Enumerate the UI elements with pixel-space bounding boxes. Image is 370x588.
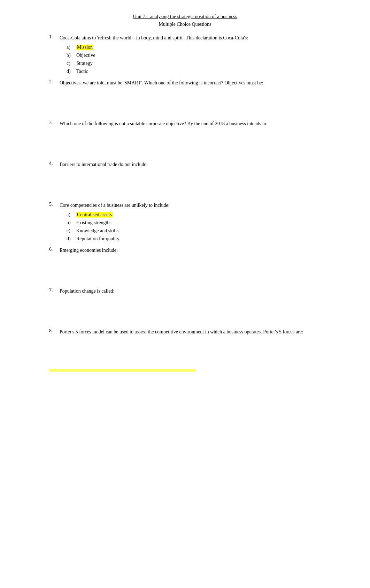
question-list: 1.Coca-Cola aims to 'refresh the world –… — [49, 34, 321, 365]
answer-text: Knowledge and skills — [76, 227, 118, 234]
question-number: 2. — [49, 79, 60, 116]
answer-item: b)Existing strengths — [67, 219, 321, 226]
question-text: Emerging economies include: — [60, 247, 321, 254]
answer-text: Mission — [76, 44, 93, 51]
answer-label: c) — [67, 60, 76, 67]
spacer — [60, 256, 321, 284]
yellow-highlight-line — [49, 369, 195, 372]
answer-item: d)Tactic — [67, 68, 321, 75]
question-content: Population change is called: — [60, 287, 321, 325]
question-item: 8.Porter's 5 forces model can be used to… — [49, 328, 321, 365]
answer-item: a)Mission — [67, 44, 321, 51]
question-number: 5. — [49, 202, 60, 243]
question-item: 4.Barriers to international trade do not… — [49, 161, 321, 198]
question-item: 5.Core competencies of a business are un… — [49, 202, 321, 243]
question-text: Core competencies of a business are unli… — [60, 202, 321, 209]
bottom-spacer — [49, 372, 321, 414]
answer-text: Strategy — [76, 60, 93, 67]
answer-label: b) — [67, 52, 76, 59]
spacer — [60, 338, 321, 365]
question-text: Porter's 5 forces model can be used to a… — [60, 328, 321, 336]
question-number: 7. — [49, 287, 60, 325]
question-number: 3. — [49, 120, 60, 157]
question-item: 1.Coca-Cola aims to 'refresh the world –… — [49, 34, 321, 76]
question-item: 6.Emerging economies include: — [49, 247, 321, 284]
question-item: 3.Which one of the following is not a su… — [49, 120, 321, 157]
question-content: Coca-Cola aims to 'refresh the world – i… — [60, 34, 321, 76]
spacer — [60, 89, 321, 116]
answer-list: a)Missionb)Objectivec)Strategyd)Tactic — [67, 44, 321, 75]
question-number: 6. — [49, 247, 60, 284]
answer-label: c) — [67, 227, 76, 234]
question-content: Which one of the following is not a suit… — [60, 120, 321, 157]
spacer — [60, 297, 321, 325]
answer-label: d) — [67, 68, 76, 75]
answer-text: Tactic — [76, 68, 88, 75]
answer-item: c)Strategy — [67, 60, 321, 67]
question-content: Barriers to international trade do not i… — [60, 161, 321, 198]
question-text: Population change is called: — [60, 287, 321, 295]
answer-item: a)Centralised assets — [67, 211, 321, 218]
answer-text: Reputation for quality — [76, 235, 120, 242]
answer-label: d) — [67, 235, 76, 242]
answer-list: a)Centralised assetsb)Existing strengths… — [67, 211, 321, 242]
answer-item: b)Objective — [67, 52, 321, 59]
question-number: 4. — [49, 161, 60, 198]
spacer — [60, 170, 321, 198]
question-content: Porter's 5 forces model can be used to a… — [60, 328, 321, 365]
question-text: Which one of the following is not a suit… — [60, 120, 321, 127]
answer-item: d)Reputation for quality — [67, 235, 321, 242]
answer-text: Objective — [76, 52, 95, 59]
spacer — [60, 129, 321, 157]
answer-item: c)Knowledge and skills — [67, 227, 321, 234]
question-number: 1. — [49, 34, 60, 76]
question-text: Barriers to international trade do not i… — [60, 161, 321, 168]
answer-label: b) — [67, 219, 76, 226]
page-container: Unit 7 – analysing the strategic positio… — [28, 0, 342, 428]
answer-label: a) — [67, 44, 76, 51]
question-text: Coca-Cola aims to 'refresh the world – i… — [60, 34, 321, 42]
question-number: 8. — [49, 328, 60, 365]
answer-text: Centralised assets — [76, 211, 113, 218]
page-subtitle: Multiple Choice Questions — [49, 22, 321, 27]
question-content: Core competencies of a business are unli… — [60, 202, 321, 243]
question-content: Emerging economies include: — [60, 247, 321, 284]
answer-text: Existing strengths — [76, 219, 111, 226]
question-text: Objectives, we are told, must be 'SMART'… — [60, 79, 321, 86]
answer-label: a) — [67, 211, 76, 218]
page-title: Unit 7 – analysing the strategic positio… — [49, 14, 321, 20]
question-item: 2.Objectives, we are told, must be 'SMAR… — [49, 79, 321, 116]
question-item: 7.Population change is called: — [49, 287, 321, 325]
question-content: Objectives, we are told, must be 'SMART'… — [60, 79, 321, 116]
